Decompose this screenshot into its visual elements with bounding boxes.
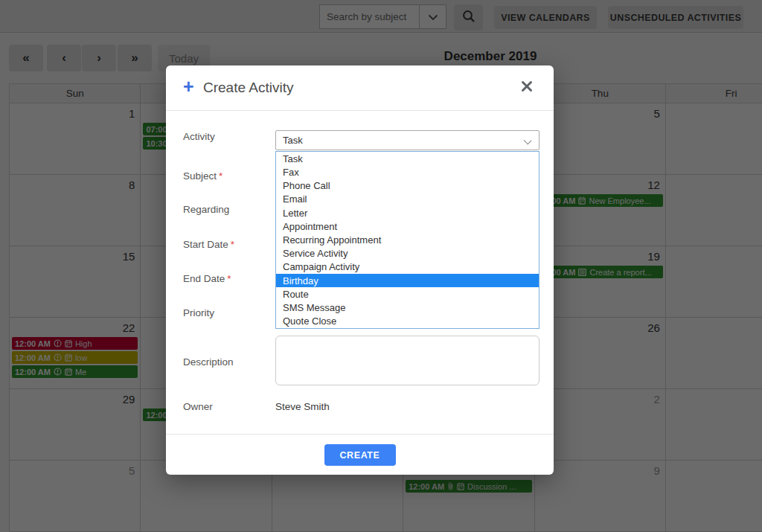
dropdown-option[interactable]: Campaign Activity (276, 260, 539, 274)
chevron-down-icon (524, 137, 532, 145)
owner-label: Owner (183, 401, 213, 412)
dropdown-option[interactable]: Fax (276, 165, 539, 179)
modal-header: + Create Activity (166, 65, 554, 111)
activity-label: Activity (183, 131, 215, 142)
description-label: Description (183, 356, 234, 368)
dropdown-option[interactable]: Phone Call (276, 179, 539, 192)
close-icon (521, 83, 533, 94)
modal-body: Activity Subject* Regarding Start Date* … (166, 111, 554, 434)
dropdown-option[interactable]: Recurring Appointment (276, 233, 539, 246)
priority-label: Priority (183, 307, 214, 318)
modal-footer: CREATE (166, 434, 554, 475)
owner-value: Steve Smith (275, 401, 330, 412)
dropdown-option[interactable]: Task (276, 152, 539, 165)
end-date-label: End Date* (183, 273, 231, 284)
dropdown-option[interactable]: SMS Message (276, 301, 539, 315)
modal-title: Create Activity (203, 80, 293, 96)
regarding-label: Regarding (183, 204, 229, 215)
create-button[interactable]: CREATE (324, 444, 396, 466)
start-date-label: Start Date* (183, 239, 234, 250)
dropdown-option[interactable]: Service Activity (276, 247, 539, 260)
dropdown-option[interactable]: Birthday (276, 274, 539, 287)
subject-label: Subject* (183, 170, 222, 182)
dropdown-option[interactable]: Quote Close (276, 315, 539, 328)
dropdown-option[interactable]: Email (276, 193, 539, 206)
activity-dropdown-list: TaskFaxPhone CallEmailLetterAppointmentR… (275, 151, 540, 329)
description-textarea[interactable] (275, 336, 540, 385)
plus-icon: + (183, 76, 194, 97)
activity-select[interactable]: Task (275, 130, 540, 150)
close-button[interactable] (520, 80, 534, 94)
dropdown-option[interactable]: Route (276, 287, 539, 301)
create-activity-modal: + Create Activity Activity Subject* Rega… (166, 65, 554, 475)
dropdown-option[interactable]: Appointment (276, 219, 539, 233)
dropdown-option[interactable]: Letter (276, 206, 539, 219)
